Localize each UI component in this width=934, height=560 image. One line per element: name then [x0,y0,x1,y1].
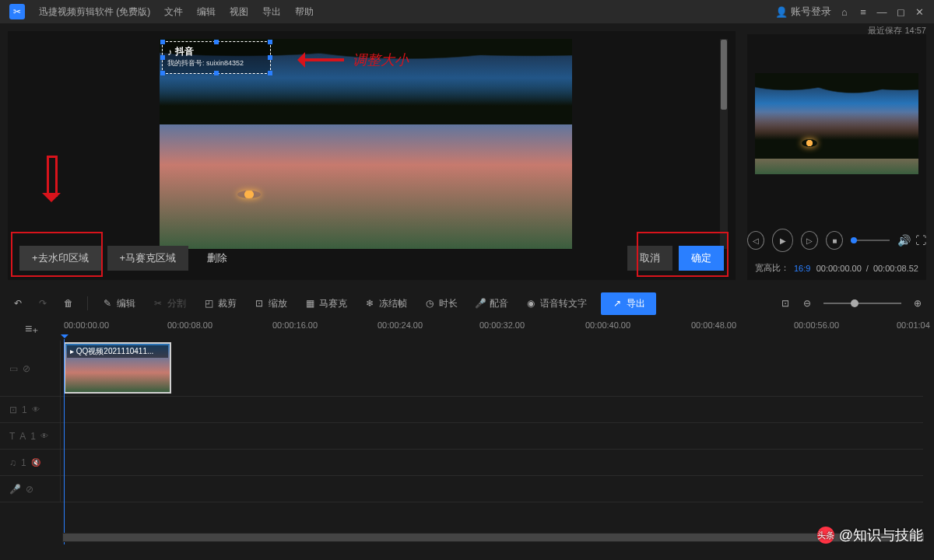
handle-top-left[interactable] [160,40,165,44]
fullscreen-icon[interactable]: ⛶ [915,234,926,247]
annotation-box-remove-wm [11,232,103,277]
freeze-icon: ❄ [364,298,375,309]
preview-scrollbar[interactable] [720,39,728,249]
next-frame-button[interactable]: ▷ [801,231,818,250]
menu-file[interactable]: 文件 [164,5,183,19]
handle-right[interactable] [268,55,272,60]
fit-icon[interactable]: ⊡ [780,298,791,309]
login-button[interactable]: 👤账号登录 [776,5,831,19]
freeze-tool[interactable]: ❄冻结帧 [361,295,410,313]
handle-top[interactable] [214,40,219,44]
zoom-out-icon[interactable]: ⊖ [802,298,813,309]
mic-track-icon: 🎤 [9,484,21,495]
user-icon: 👤 [776,6,787,17]
hamburger-icon[interactable]: ≡ [858,6,869,17]
handle-top-right[interactable] [268,40,272,44]
pencil-icon: ✎ [102,298,113,309]
visibility-icon[interactable]: 👁 [40,432,48,440]
playback-progress[interactable] [851,240,890,241]
lock-icon[interactable]: ⊘ [23,363,30,374]
menu-view[interactable]: 视图 [230,5,248,19]
preview-area: ♪抖音 我的抖音号: suixin84352 调整大小 +去水印区域 +马赛克区… [8,31,736,280]
handle-bottom-right[interactable] [268,71,272,75]
text-track[interactable]: TA1👁 [0,423,923,450]
edit-tool[interactable]: ✎编辑 [99,295,139,313]
export-button[interactable]: ↗导出 [601,292,656,315]
scissors-icon: ✂ [153,298,163,309]
dialog-buttons: +去水印区域 +马赛克区域 删除 取消 确定 [19,246,724,271]
export-icon: ↗ [612,298,623,309]
delete-button[interactable]: 删除 [195,246,240,271]
annotation-resize: 调整大小 [290,51,409,69]
maximize-icon[interactable]: ◻ [895,6,906,17]
zoom-icon: ⊡ [254,298,265,309]
mute-icon[interactable]: 🔇 [31,458,40,467]
redo-button[interactable]: ↷ [36,296,50,311]
menu-edit[interactable]: 编辑 [197,5,216,19]
watermark-selection[interactable]: ♪抖音 我的抖音号: suixin84352 [162,41,271,74]
clock-icon: ◷ [424,298,435,309]
handle-left[interactable] [160,55,165,60]
minimize-icon[interactable]: — [876,6,887,17]
mosaic-icon: ▦ [304,298,315,309]
aspect-ratio-row: 宽高比： 16:9 00:00:00.00 / 00:00:08.52 [755,262,918,274]
lock-icon[interactable]: ⊘ [26,484,33,495]
play-button[interactable]: ▶ [772,229,793,252]
image-track[interactable]: ⊡1👁 [0,397,923,423]
right-preview-panel: ◁ ▶ ▷ ■ 🔊 ⛶ 宽高比： 16:9 00:00:00.00 / 00:0… [747,34,926,280]
dub-tool[interactable]: 🎤配音 [472,295,511,313]
app-title: 迅捷视频剪辑软件 (免费版) [39,5,150,19]
timeline: ≡₊ 00:00:00.00 00:00:08.00 00:00:16.00 0… [0,317,934,544]
edit-toolbar: ↶ ↷ 🗑 ✎编辑 ✂分割 ◰裁剪 ⊡缩放 ▦马赛克 ❄冻结帧 ◷时长 🎤配音 … [0,289,934,317]
mosaic-tool[interactable]: ▦马赛克 [301,295,350,313]
preview-canvas[interactable]: ♪抖音 我的抖音号: suixin84352 [160,39,572,249]
menu-export[interactable]: 导出 [262,5,281,19]
speech-to-text-tool[interactable]: ◉语音转文字 [522,295,590,313]
mic-icon: 🎤 [475,298,486,309]
titlebar: ✂ 迅捷视频剪辑软件 (免费版) 文件 编辑 视图 导出 帮助 👤账号登录 ⌂ … [0,0,934,23]
app-logo: ✂ [9,4,25,19]
zoom-in-icon[interactable]: ⊕ [912,298,923,309]
handle-bottom[interactable] [214,71,219,75]
annotation-box-confirm [637,232,729,277]
zoom-tool[interactable]: ⊡缩放 [251,295,290,313]
close-icon[interactable]: ✕ [914,6,925,17]
volume-icon[interactable]: 🔊 [897,234,911,247]
footer-watermark: 头条 @知识与技能 [817,526,923,544]
time-total: 00:00:08.52 [873,264,918,273]
zoom-slider[interactable] [823,303,901,304]
crop-icon: ◰ [203,298,214,309]
clip-label: ▸ QQ视频2021110411... [67,345,168,358]
image-track-icon: ⊡ [9,404,17,415]
stop-button[interactable]: ■ [826,231,843,250]
undo-button[interactable]: ↶ [11,296,25,311]
video-clip[interactable]: ▸ QQ视频2021110411... [64,342,171,394]
video-track-icon: ▭ [9,363,18,374]
toutiao-logo: 头条 [817,527,834,544]
menu-help[interactable]: 帮助 [295,5,314,19]
mini-preview[interactable] [755,73,918,174]
scrollbar-thumb[interactable] [721,40,727,110]
time-ruler[interactable]: 00:00:00.00 00:00:08.00 00:00:16.00 00:0… [0,317,934,341]
handle-bottom-left[interactable] [160,71,165,75]
delete-clip-button[interactable]: 🗑 [61,296,76,311]
stt-icon: ◉ [525,298,536,309]
mosaic-region-button[interactable]: +马赛克区域 [107,246,189,271]
music-track-icon: ♫ [9,457,16,468]
visibility-icon[interactable]: 👁 [32,405,40,414]
split-tool[interactable]: ✂分割 [149,295,189,313]
home-icon[interactable]: ⌂ [839,6,850,17]
timeline-scrollbar[interactable] [62,533,923,542]
clip-icon: ▸ [70,347,74,355]
voiceover-track[interactable]: 🎤⊘ [0,476,923,502]
annotation-arrow-down [39,156,62,210]
crop-tool[interactable]: ◰裁剪 [200,295,240,313]
duration-tool[interactable]: ◷时长 [421,295,461,313]
douyin-icon: ♪ [167,47,172,58]
playback-controls: ◁ ▶ ▷ ■ 🔊 ⛶ [747,229,926,252]
aspect-ratio-value[interactable]: 16:9 [794,264,810,273]
prev-frame-button[interactable]: ◁ [747,231,764,250]
time-current: 00:00:00.00 [816,264,862,273]
playhead[interactable] [64,339,65,544]
audio-track[interactable]: ♫1🔇 [0,450,923,476]
